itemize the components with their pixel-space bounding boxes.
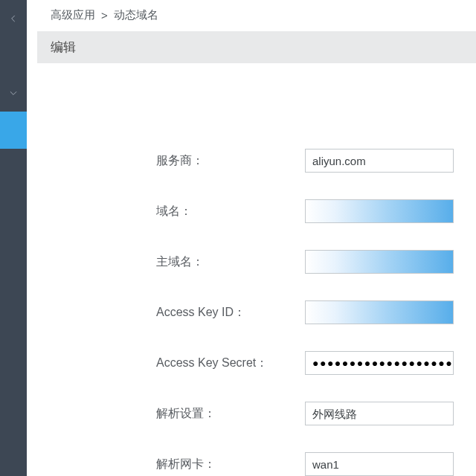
breadcrumb-current: 动态域名 [114, 8, 158, 22]
sidebar [0, 0, 27, 476]
label-access-key-secret: Access Key Secret： [156, 356, 305, 371]
label-provider: 服务商： [156, 153, 305, 169]
label-access-key-id: Access Key ID： [156, 305, 305, 321]
label-main-domain: 主域名： [156, 254, 305, 270]
row-access-key-secret: Access Key Secret： ●●●●●●●●●●●●●●●●●●●●●… [156, 351, 476, 375]
label-resolve-setting: 解析设置： [156, 406, 305, 422]
row-resolve-setting: 解析设置： 外网线路 [156, 402, 476, 425]
chevron-left-icon [8, 13, 19, 24]
sidebar-item-active[interactable] [0, 112, 27, 149]
row-domain: 域名： [156, 199, 476, 223]
input-access-key-secret[interactable]: ●●●●●●●●●●●●●●●●●●●●●●● [305, 351, 454, 375]
row-access-key-id: Access Key ID： [156, 300, 476, 324]
section-title: 编辑 [37, 31, 476, 63]
sidebar-expand[interactable] [0, 74, 27, 112]
main-content: 高级应用 > 动态域名 编辑 服务商： aliyun.com 域名： [27, 0, 476, 476]
select-resolve-setting[interactable]: 外网线路 [305, 402, 454, 425]
chevron-down-icon [8, 88, 19, 98]
input-main-domain[interactable] [305, 250, 454, 274]
input-domain[interactable] [305, 199, 454, 223]
label-resolve-nic: 解析网卡： [156, 457, 305, 472]
row-provider: 服务商： aliyun.com [156, 149, 476, 173]
breadcrumb: 高级应用 > 动态域名 [37, 0, 476, 31]
breadcrumb-parent[interactable]: 高级应用 [51, 8, 95, 22]
select-provider[interactable]: aliyun.com [305, 149, 454, 173]
sidebar-collapse-top[interactable] [0, 0, 27, 37]
label-domain: 域名： [156, 204, 305, 219]
breadcrumb-separator: > [101, 9, 108, 22]
form: 服务商： aliyun.com 域名： 主域名： [37, 63, 476, 476]
row-main-domain: 主域名： [156, 250, 476, 274]
select-resolve-nic[interactable]: wan1 [305, 452, 454, 476]
input-access-key-id[interactable] [305, 300, 454, 324]
row-resolve-nic: 解析网卡： wan1 [156, 452, 476, 476]
